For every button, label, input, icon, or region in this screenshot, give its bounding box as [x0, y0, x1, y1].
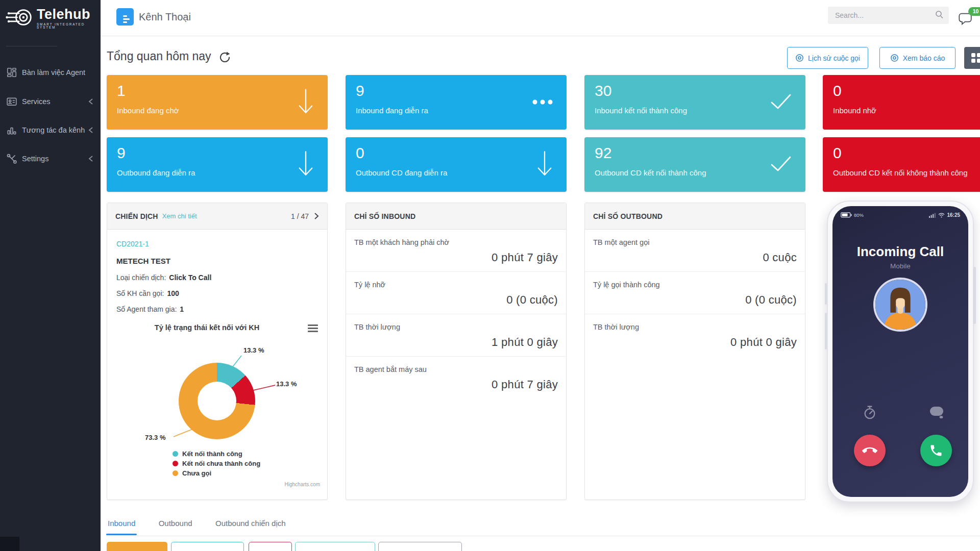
telehub-logo[interactable]: Telehub SMART INTEGRATED SYSTEM: [5, 6, 101, 31]
wifi-icon: [938, 213, 945, 218]
legend-item[interactable]: Kết nối thành công: [173, 450, 260, 458]
battery-percent: 80%: [854, 212, 864, 218]
legend-item[interactable]: Chưa gọi: [173, 469, 260, 477]
call-end-icon: [862, 443, 877, 458]
stopwatch-icon[interactable]: [863, 406, 877, 420]
dashboard-icon: [6, 67, 17, 78]
phone-time: 16:25: [947, 212, 960, 218]
stat-card-inbound-active[interactable]: 9 Inbound đang diễn ra: [346, 75, 567, 130]
sidebar-item-settings[interactable]: Settings: [0, 148, 101, 169]
stat-value: 30: [595, 83, 795, 98]
stat-value: 9: [117, 145, 317, 161]
bottom-action-button-3[interactable]: [249, 542, 292, 551]
check-icon: [770, 155, 792, 174]
sidebar-item-label: Settings: [22, 155, 48, 163]
view-detail-link[interactable]: Xem chi tiết: [162, 212, 197, 220]
tab-inbound[interactable]: Inbound: [107, 514, 136, 535]
search-icon[interactable]: [935, 10, 944, 21]
outbound-panel-header: CHỈ SỐ OUTBOUND: [585, 203, 805, 230]
sidebar: Telehub SMART INTEGRATED SYSTEM Bàn làm …: [0, 0, 101, 551]
bar-chart-icon: [6, 124, 17, 136]
search-input[interactable]: [828, 11, 935, 19]
sidebar-divider: [6, 46, 57, 46]
phone-side-button: [825, 283, 827, 305]
view-report-button[interactable]: Xem báo cáo: [879, 47, 955, 69]
stat-label: Outbound đang diễn ra: [117, 168, 317, 177]
signal-icon: [929, 213, 936, 218]
tab-outbound[interactable]: Outbound: [158, 514, 193, 535]
menu-toggle-button[interactable]: [116, 8, 134, 26]
down-arrow-icon: [297, 87, 314, 118]
sidebar-footer-accent: [0, 537, 19, 551]
campaign-panel: CHIẾN DỊCH Xem chi tiết 1 / 47 CD2021-1 …: [107, 203, 328, 500]
stat-label: Outbound CD kết nối thành công: [595, 168, 795, 177]
phone-side-button: [825, 313, 827, 349]
metric-row: Tỷ lệ gọi thành công 0 (0 cuộc): [585, 272, 805, 314]
bottom-action-button-1[interactable]: [107, 542, 167, 551]
caller-avatar: [873, 278, 927, 332]
chart-menu-icon[interactable]: [308, 324, 318, 334]
donut-chart[interactable]: [179, 363, 255, 439]
message-bubble-icon[interactable]: [929, 406, 943, 420]
stat-card-outbound-cd-active[interactable]: 0 Outbound CD đang diễn ra: [346, 137, 567, 192]
chevron-left-icon: [88, 155, 93, 164]
brand-name: Telehub: [37, 8, 101, 21]
stat-card-outbound-cd-failed[interactable]: 0 Outbound CD kết nối không thành công: [823, 137, 980, 192]
call-history-button[interactable]: Lịch sử cuộc gọi: [787, 47, 868, 69]
chevron-right-icon[interactable]: [314, 212, 319, 220]
panel-title: CHIẾN DỊCH: [115, 212, 158, 220]
phone-status-bar: 80% 16:25: [841, 212, 960, 218]
bottom-action-button-2[interactable]: [171, 542, 244, 551]
campaign-panel-header: CHIẾN DỊCH Xem chi tiết 1 / 47: [107, 203, 327, 230]
inbound-metrics-panel: CHỈ SỐ INBOUND TB một khách hàng phải ch…: [346, 203, 567, 500]
stat-value: 0: [833, 145, 980, 161]
stat-value: 0: [833, 83, 980, 98]
stat-value: 9: [356, 83, 556, 98]
bottom-action-button-4[interactable]: [295, 542, 375, 551]
stat-card-outbound-cd-connected[interactable]: 92 Outbound CD kết nối thành công: [584, 137, 805, 192]
stat-label: Inbound kết nối thành công: [595, 106, 795, 115]
chevron-left-icon: [88, 127, 93, 136]
layout-grid-button[interactable]: [964, 47, 980, 69]
metric-row: TB một khách hàng phải chờ 0 phút 7 giây: [346, 230, 566, 272]
stat-value: 92: [595, 145, 795, 161]
battery-icon: [841, 212, 852, 218]
legend-item[interactable]: Kết nối chưa thành công: [173, 460, 260, 467]
stat-card-outbound-active[interactable]: 9 Outbound đang diễn ra: [107, 137, 328, 192]
accept-call-button[interactable]: [920, 435, 952, 466]
chevron-left-icon: [88, 98, 93, 107]
incoming-call-title: Incoming Call: [832, 244, 968, 260]
metric-row: Tỷ lệ nhỡ 0 (0 cuộc): [346, 272, 566, 314]
sidebar-item-label: Bàn làm việc Agent: [22, 68, 85, 77]
ellipsis-icon: [532, 98, 553, 107]
overview-title: Tổng quan hôm nay: [107, 49, 211, 63]
highcharts-credit[interactable]: Highcharts.com: [285, 482, 320, 487]
stat-label: Inbound đang chờ: [117, 106, 317, 115]
eye-icon: [795, 54, 804, 62]
notification-badge: 10: [968, 7, 980, 16]
campaign-code-link[interactable]: CD2021-1: [116, 240, 149, 248]
slice-label: 13.3 %: [243, 346, 264, 354]
bottom-action-button-5[interactable]: [378, 542, 462, 551]
stat-label: Inbound đang diễn ra: [356, 106, 556, 115]
call-subtitle: Mobile: [832, 262, 968, 270]
stat-card-inbound-waiting[interactable]: 1 Inbound đang chờ: [107, 75, 328, 130]
telehub-logo-icon: [5, 6, 34, 31]
metric-row: TB một agent gọi 0 cuộc: [585, 230, 805, 272]
stat-card-inbound-connected[interactable]: 30 Inbound kết nối thành công: [584, 75, 805, 130]
search-box: [828, 7, 949, 24]
sidebar-item-agent-desk[interactable]: Bàn làm việc Agent: [0, 62, 101, 83]
decline-call-button[interactable]: [854, 435, 886, 466]
stat-value: 0: [356, 145, 556, 161]
refresh-icon[interactable]: [218, 51, 231, 64]
stat-card-inbound-missed[interactable]: 0 Inbound nhỡ: [823, 75, 980, 130]
tab-outbound-campaign[interactable]: Outbound chiến dịch: [214, 514, 287, 535]
sidebar-item-services[interactable]: Services: [0, 91, 101, 112]
legend-dot: [173, 461, 178, 466]
metric-row: TB thời lượng 0 phút 0 giây: [585, 314, 805, 356]
tools-icon: [6, 153, 17, 164]
phone-side-button: [973, 267, 976, 324]
phone-screen: 80% 16:25 Incoming Call Mobile: [832, 206, 968, 497]
chat-notifications[interactable]: 10: [958, 11, 980, 32]
sidebar-item-omnichannel[interactable]: Tương tác đa kênh: [0, 120, 101, 140]
